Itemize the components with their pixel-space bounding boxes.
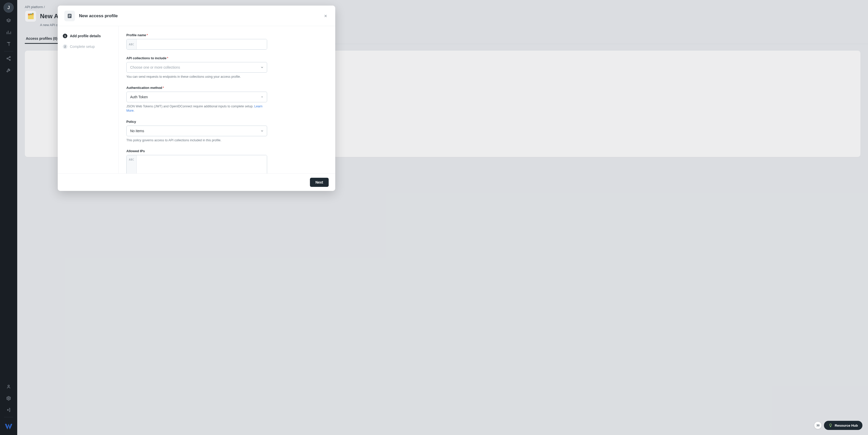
profile-name-input[interactable] [137, 39, 267, 50]
step-1-label: Add profile details [70, 34, 101, 38]
ips-input-wrapper: ABC [126, 155, 267, 174]
fab-row: 30 Resource Hub [814, 421, 862, 430]
svg-rect-8 [68, 16, 71, 16]
auth-helper: JSON Web Tokens (JWT) and OpenIDConnect … [126, 104, 267, 113]
resource-hub-button[interactable]: Resource Hub [824, 421, 862, 430]
svg-rect-9 [68, 17, 70, 17]
step-2[interactable]: 2 Complete setup [63, 43, 114, 54]
policy-label: Policy [126, 120, 267, 124]
field-profile-name: Profile name* ABC [126, 33, 267, 50]
modal-title: New access profile [79, 13, 118, 19]
step-1-bullet: 1 [63, 34, 67, 38]
resource-hub-label: Resource Hub [835, 424, 858, 427]
text-prefix-icon: ABC [127, 39, 137, 50]
auth-select-value: Auth Token [130, 95, 148, 99]
profile-icon [64, 11, 75, 21]
modal-new-access-profile: New access profile 1 Add profile details… [58, 6, 335, 191]
stepper: 1 Add profile details 2 Complete setup [58, 26, 119, 174]
modal-footer: Next [58, 174, 335, 191]
svg-rect-7 [68, 15, 71, 15]
next-button[interactable]: Next [310, 178, 329, 187]
ips-textarea[interactable] [137, 155, 267, 174]
field-allowed-ips: Allowed IPs ABC You can whitelist IP add… [126, 149, 267, 174]
ips-label: Allowed IPs [126, 149, 267, 153]
lightbulb-icon [829, 423, 833, 427]
chevron-down-icon [260, 66, 264, 69]
close-button[interactable] [322, 13, 329, 19]
chevron-down-icon [260, 129, 264, 133]
collections-label: API collections to include* [126, 56, 267, 60]
modal-body: 1 Add profile details 2 Complete setup P… [58, 26, 335, 174]
collections-placeholder: Choose one or more collections [130, 65, 180, 69]
profile-name-label: Profile name* [126, 33, 267, 37]
policy-helper: This policy governs access to API collec… [126, 138, 267, 143]
field-policy: Policy No items This policy governs acce… [126, 120, 267, 143]
collections-combo[interactable]: Choose one or more collections [126, 62, 267, 73]
step-2-label: Complete setup [70, 44, 95, 49]
collections-helper: You can send requests to endpoints in th… [126, 75, 267, 79]
chevron-down-icon [260, 95, 264, 99]
auth-label: Authentication method* [126, 86, 267, 90]
profile-name-input-wrapper: ABC [126, 39, 267, 50]
policy-combo[interactable]: No items [126, 126, 267, 136]
step-1[interactable]: 1 Add profile details [63, 32, 114, 43]
auth-select[interactable]: Auth Token [126, 92, 267, 102]
field-auth-method: Authentication method* Auth Token JSON W… [126, 86, 267, 113]
text-prefix-icon: ABC [127, 155, 137, 174]
field-collections: API collections to include* Choose one o… [126, 56, 267, 79]
step-2-bullet: 2 [63, 44, 67, 49]
policy-value: No items [130, 129, 144, 133]
modal-header: New access profile [58, 6, 335, 26]
notification-badge[interactable]: 30 [814, 422, 822, 429]
form-pane: Profile name* ABC API collections to inc… [119, 26, 335, 174]
